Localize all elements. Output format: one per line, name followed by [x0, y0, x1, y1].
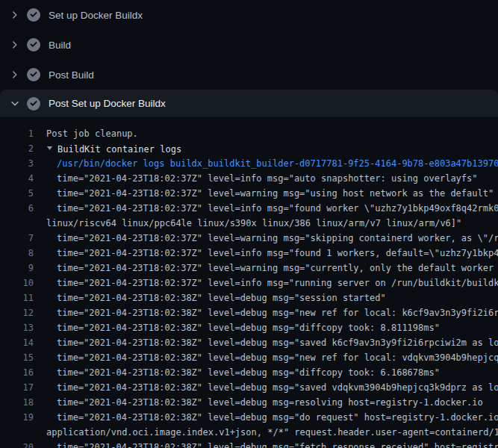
line-number[interactable]: 7 — [0, 231, 34, 246]
log-line: 19time="2021-04-23T18:02:38Z" level=debu… — [0, 410, 498, 425]
line-number — [0, 425, 34, 440]
line-number[interactable]: 12 — [0, 305, 34, 320]
log-group-toggle[interactable]: BuildKit container logs — [34, 141, 181, 156]
log-text: time="2021-04-23T18:02:37Z" level=info m… — [34, 171, 478, 186]
log-text: time="2021-04-23T18:02:38Z" level=debug … — [34, 410, 498, 425]
log-text: time="2021-04-23T18:02:38Z" level=debug … — [34, 305, 498, 320]
log-line: 13time="2021-04-23T18:02:38Z" level=debu… — [0, 320, 498, 335]
line-number[interactable]: 10 — [0, 276, 34, 290]
log-text: time="2021-04-23T18:02:37Z" level=warnin… — [34, 231, 498, 246]
line-number[interactable]: 19 — [0, 410, 34, 425]
log-area: 1Post job cleanup.2BuildKit container lo… — [0, 117, 498, 448]
line-number[interactable]: 2 — [0, 141, 34, 156]
log-group-label: BuildKit container logs — [57, 144, 181, 155]
steps-list: Set up Docker BuildxBuildPost BuildPost … — [0, 0, 498, 117]
log-text: time="2021-04-23T18:02:38Z" level=debug … — [34, 365, 440, 380]
log-line-continuation: application/vnd.oci.image.index.v1+json,… — [0, 425, 498, 440]
log-line: 14time="2021-04-23T18:02:38Z" level=debu… — [0, 335, 498, 350]
log-text: time="2021-04-23T18:02:38Z" level=debug … — [34, 335, 498, 350]
log-text: time="2021-04-23T18:02:38Z" level=debug … — [34, 290, 386, 305]
line-number[interactable]: 20 — [0, 440, 34, 448]
step-label: Post Set up Docker Buildx — [49, 98, 166, 109]
log-line: 2BuildKit container logs — [0, 141, 498, 156]
step-row-build[interactable]: Build — [0, 30, 498, 60]
log-line: 7time="2021-04-23T18:02:37Z" level=warni… — [0, 231, 498, 246]
step-label: Set up Docker Buildx — [49, 10, 143, 21]
log-text: time="2021-04-23T18:02:38Z" level=debug … — [34, 395, 483, 410]
log-text: application/vnd.oci.image.index.v1+json,… — [34, 425, 498, 440]
triangle-down-icon — [46, 141, 53, 156]
check-circle-icon — [27, 97, 40, 111]
line-number[interactable]: 5 — [0, 186, 34, 201]
line-number[interactable]: 16 — [0, 365, 34, 380]
check-circle-icon — [27, 8, 40, 22]
log-text: time="2021-04-23T18:02:37Z" level=info m… — [34, 201, 498, 216]
log-line: 8time="2021-04-23T18:02:37Z" level=info … — [0, 246, 498, 261]
check-circle-icon — [27, 68, 40, 81]
log-text: time="2021-04-23T18:02:38Z" level=debug … — [34, 440, 498, 448]
step-row-set-up-docker-buildx[interactable]: Set up Docker Buildx — [0, 0, 498, 30]
log-line: 6time="2021-04-23T18:02:37Z" level=info … — [0, 201, 498, 216]
line-number[interactable]: 6 — [0, 201, 34, 216]
chevron-down-icon[interactable] — [9, 98, 21, 110]
log-line: 1Post job cleanup. — [0, 126, 498, 141]
log-text: time="2021-04-23T18:02:38Z" level=debug … — [34, 380, 498, 395]
line-number[interactable]: 14 — [0, 335, 34, 350]
chevron-right-icon[interactable] — [9, 9, 21, 21]
actions-log-viewer: Set up Docker BuildxBuildPost BuildPost … — [0, 0, 498, 448]
log-text: time="2021-04-23T18:02:37Z" level=warnin… — [34, 261, 498, 276]
line-number — [0, 216, 34, 231]
chevron-right-icon[interactable] — [9, 69, 21, 81]
log-line: 17time="2021-04-23T18:02:38Z" level=debu… — [0, 380, 498, 395]
line-number[interactable]: 9 — [0, 261, 34, 276]
line-number[interactable]: 4 — [0, 171, 34, 186]
step-label: Post Build — [49, 69, 94, 81]
log-line-continuation: linux/riscv64 linux/ppc64le linux/s390x … — [0, 216, 498, 231]
chevron-right-icon[interactable] — [9, 39, 21, 51]
log-text: linux/riscv64 linux/ppc64le linux/s390x … — [34, 216, 461, 231]
log-line: 20time="2021-04-23T18:02:38Z" level=debu… — [0, 440, 498, 448]
log-line: 18time="2021-04-23T18:02:38Z" level=debu… — [0, 395, 498, 410]
command-text: /usr/bin/docker logs buildx_buildkit_bui… — [34, 156, 498, 171]
log-line: 4time="2021-04-23T18:02:37Z" level=info … — [0, 171, 498, 186]
log-text: time="2021-04-23T18:02:37Z" level=info m… — [34, 246, 498, 261]
log-text: time="2021-04-23T18:02:37Z" level=warnin… — [34, 186, 494, 201]
log-line: 16time="2021-04-23T18:02:38Z" level=debu… — [0, 365, 498, 380]
line-number[interactable]: 18 — [0, 395, 34, 410]
line-number[interactable]: 17 — [0, 380, 34, 395]
log-line: 5time="2021-04-23T18:02:37Z" level=warni… — [0, 186, 498, 201]
log-text: time="2021-04-23T18:02:37Z" level=info m… — [34, 276, 498, 290]
log-line: 3/usr/bin/docker logs buildx_buildkit_bu… — [0, 156, 498, 171]
log-text: time="2021-04-23T18:02:38Z" level=debug … — [34, 350, 498, 365]
line-number[interactable]: 1 — [0, 126, 34, 141]
line-number[interactable]: 11 — [0, 290, 34, 305]
log-text: time="2021-04-23T18:02:38Z" level=debug … — [34, 320, 440, 335]
line-number[interactable]: 8 — [0, 246, 34, 261]
step-row-post-build[interactable]: Post Build — [0, 60, 498, 90]
line-number[interactable]: 13 — [0, 320, 34, 335]
check-circle-icon — [27, 38, 40, 52]
log-line: 12time="2021-04-23T18:02:38Z" level=debu… — [0, 305, 498, 320]
log-line: 10time="2021-04-23T18:02:37Z" level=info… — [0, 276, 498, 290]
line-number[interactable]: 3 — [0, 156, 34, 171]
line-number[interactable]: 15 — [0, 350, 34, 365]
step-label: Build — [49, 40, 71, 51]
step-row-post-set-up-docker-buildx[interactable]: Post Set up Docker Buildx — [0, 90, 498, 117]
log-line: 11time="2021-04-23T18:02:38Z" level=debu… — [0, 290, 498, 305]
log-text: Post job cleanup. — [34, 126, 138, 141]
log-line: 15time="2021-04-23T18:02:38Z" level=debu… — [0, 350, 498, 365]
log-line: 9time="2021-04-23T18:02:37Z" level=warni… — [0, 261, 498, 276]
